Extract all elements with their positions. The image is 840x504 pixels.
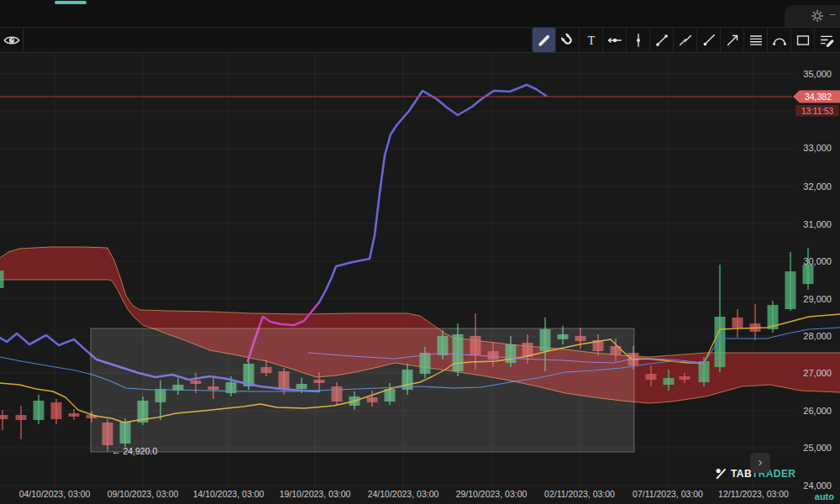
candle-body (69, 413, 80, 417)
price-axis-label[interactable]: 32,000 (803, 181, 832, 192)
auto-scale-label[interactable]: auto (815, 491, 835, 501)
current-price-value: 34,382 (805, 92, 832, 102)
candle-body (785, 271, 796, 309)
time-axis-label[interactable]: 19/10/2023, 03:00 (280, 489, 351, 499)
candle-body (16, 415, 27, 420)
price-axis-label[interactable]: 27,000 (803, 368, 832, 378)
candle-body (664, 378, 675, 385)
price-axis-label[interactable]: 25,000 (803, 443, 832, 453)
time-axis-label[interactable]: 12/11/2023, 03:00 (718, 489, 789, 499)
tabtrader-logo-icon (715, 467, 728, 480)
tool-edit-drawings[interactable] (814, 28, 837, 52)
candle-body (715, 317, 726, 367)
candle-body (34, 401, 45, 420)
price-axis-label[interactable]: 28,000 (803, 331, 832, 341)
price-axis-label[interactable]: 33,000 (803, 143, 832, 153)
time-axis-label[interactable]: 14/10/2023, 03:00 (193, 489, 265, 499)
price-axis-label[interactable]: 24,000 (803, 480, 832, 491)
minimize-button[interactable]: – (827, 7, 838, 22)
window-controls-panel: – (785, 5, 840, 27)
svg-text:T: T (587, 34, 595, 46)
tool-parallel-channel[interactable] (673, 28, 696, 52)
tool-horizontal-lines[interactable] (743, 28, 767, 52)
candle-body (646, 374, 657, 380)
tool-text[interactable]: T (579, 28, 602, 52)
candle-body (732, 318, 743, 328)
gear-icon[interactable] (810, 8, 825, 24)
price-axis-label[interactable]: 29,000 (803, 294, 832, 304)
tool-arrow[interactable] (720, 28, 743, 52)
top-strip: – (0, 0, 840, 27)
tool-ray[interactable] (696, 28, 720, 52)
countdown-timer: 13:11:53 (801, 107, 834, 116)
drawing-toolbar: T (0, 27, 840, 53)
tool-trend-line[interactable] (649, 28, 673, 52)
candle-body (0, 270, 4, 288)
tool-arc[interactable] (767, 28, 790, 52)
candle-body (51, 402, 62, 419)
candle-body (803, 265, 814, 284)
time-axis-label[interactable]: 29/10/2023, 03:00 (456, 489, 528, 499)
selection-rectangle[interactable] (91, 328, 634, 452)
low-price-annotation: ← 24,920.0 (112, 446, 157, 456)
tool-magnet[interactable] (555, 28, 579, 52)
tool-rectangle[interactable] (790, 28, 814, 52)
time-axis-label[interactable]: 09/10/2023, 03:00 (108, 489, 179, 499)
price-axis-label[interactable]: 30,000 (803, 256, 832, 266)
brand-primary: TAB (731, 468, 752, 480)
tool-pencil[interactable] (532, 28, 555, 52)
time-axis-label[interactable]: 02/11/2023, 03:00 (544, 489, 615, 499)
chart-canvas[interactable]: ← 24,920.035,00033,00032,00031,00030,000… (0, 0, 840, 504)
time-axis-label[interactable]: 07/11/2023, 03:00 (633, 489, 703, 499)
chart-app: ← 24,920.035,00033,00032,00031,00030,000… (0, 0, 840, 504)
time-axis-label[interactable]: 24/10/2023, 03:00 (368, 489, 439, 499)
tab-indicator (55, 1, 87, 4)
candle-body (0, 415, 8, 419)
price-axis-label[interactable]: 35,000 (803, 69, 832, 79)
scroll-right-button[interactable]: › (750, 453, 770, 473)
candle-body (680, 376, 690, 380)
eye-icon[interactable] (0, 28, 24, 52)
tool-cross-line[interactable] (602, 28, 626, 52)
candle-body (699, 361, 710, 382)
price-axis-label[interactable]: 26,000 (803, 406, 832, 416)
price-axis-label[interactable]: 31,000 (803, 219, 832, 229)
time-axis-label[interactable]: 04/10/2023, 03:00 (19, 489, 91, 499)
tool-vertical-line[interactable] (626, 28, 649, 52)
tool-group: T (532, 28, 837, 52)
